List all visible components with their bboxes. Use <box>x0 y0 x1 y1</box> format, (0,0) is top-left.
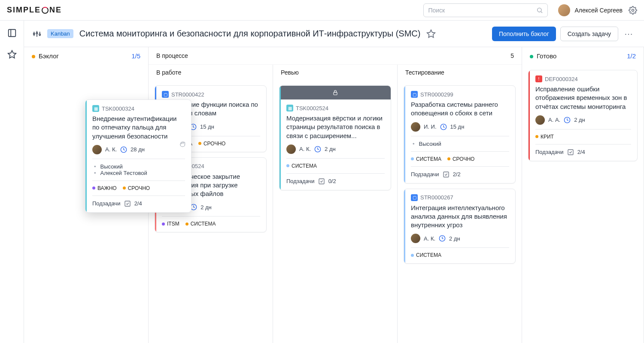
user-menu[interactable]: Алексей Сергеев <box>558 4 623 16</box>
svg-marker-15 <box>427 30 435 37</box>
card-stripe <box>404 189 405 264</box>
lane-work-header[interactable]: В работе <box>149 65 273 80</box>
card-tags: ITSMСИСТЕМА <box>162 221 260 227</box>
gear-icon <box>629 6 637 15</box>
assignee-avatar <box>411 234 420 243</box>
tag-dot-icon <box>198 142 201 145</box>
task-card[interactable]: ▢STR0000267Интеграция интеллектуального … <box>404 189 516 264</box>
assignee-initials: И. И. <box>424 123 437 130</box>
create-task-button[interactable]: Создать задачу <box>560 27 618 41</box>
tag-dot-icon <box>123 187 126 190</box>
logo-text-b: NE <box>49 6 62 15</box>
logo-ring-icon <box>42 7 49 14</box>
column-process-header[interactable]: В процессе 5 <box>149 47 522 65</box>
card-subtasks: Подзадачи 2/4 <box>92 200 185 207</box>
tag-dot-icon <box>447 157 450 160</box>
user-avatar <box>558 4 570 16</box>
svg-point-0 <box>538 8 541 12</box>
svg-point-14 <box>39 34 40 35</box>
svg-point-2 <box>632 9 634 11</box>
star-icon[interactable] <box>7 50 17 59</box>
app-header: SIMPLENE Алексей Сергеев <box>0 0 644 21</box>
task-card[interactable]: ▦TSK0002524Модернизация вёрстки и логики… <box>279 85 391 190</box>
svg-rect-3 <box>8 30 15 37</box>
svg-line-1 <box>541 12 542 13</box>
checklist-icon <box>124 200 131 207</box>
duration: 2 дн <box>325 146 336 152</box>
column-count: 1/5 <box>131 52 140 60</box>
clock-icon <box>440 123 447 130</box>
clock-icon <box>564 117 571 123</box>
more-menu-button[interactable]: ⋯ <box>623 27 635 41</box>
assignee-avatar <box>411 122 420 132</box>
card-title: Модернизация вёрстки и логики страницы р… <box>286 114 385 140</box>
panel-toggle-icon[interactable] <box>7 28 17 38</box>
lane-testing-header[interactable]: Тестирование <box>398 65 522 80</box>
search-input-wrapper[interactable] <box>423 3 548 17</box>
lane-testing: Тестирование ▢STR0000299Разработка систе… <box>398 65 522 343</box>
lock-icon <box>332 90 338 96</box>
card-title: Внедрение аутентификации по отпечатку па… <box>92 114 185 141</box>
column-title: Бэклог <box>39 52 59 60</box>
checklist-icon <box>443 171 450 178</box>
task-type-icon: ▢ <box>162 91 169 98</box>
task-type-icon: ! <box>535 75 542 82</box>
card-title: Разработка системы раннего оповещения о … <box>411 100 509 118</box>
column-done-header[interactable]: Готово 1/2 <box>522 47 644 65</box>
tag-dot-icon <box>162 223 165 226</box>
tag-dot-icon <box>286 164 289 167</box>
lane-testing-body[interactable]: ▢STR0000299Разработка системы раннего оп… <box>398 80 522 343</box>
column-done: Готово 1/2 !DEF0000324Исправление ошибки… <box>522 47 644 343</box>
assignee-initials: А. К. <box>105 146 117 153</box>
duration: 28 дн <box>131 146 145 153</box>
duration: 15 дн <box>450 123 465 130</box>
logo[interactable]: SIMPLENE <box>7 6 62 15</box>
tag-dot-icon <box>535 135 538 138</box>
card-stripe <box>529 70 530 161</box>
card-title: Интеграция интеллектуального анализа дан… <box>411 204 509 230</box>
view-mode-pill[interactable]: Kanban <box>47 29 73 38</box>
project-title: Система мониторинга и безопасности для к… <box>79 29 421 39</box>
filter-icon[interactable] <box>33 30 41 38</box>
column-count: 5 <box>510 52 514 59</box>
card-id: STR0000422 <box>171 91 204 98</box>
svg-rect-25 <box>568 150 573 155</box>
column-backlog-header[interactable]: Бэклог 1/5 <box>24 47 148 65</box>
status-dot-icon <box>32 55 35 58</box>
search-input[interactable] <box>428 7 536 14</box>
assignee-avatar <box>535 115 545 125</box>
task-card[interactable]: !DEF0000324Исправление ошибки отображени… <box>528 70 638 161</box>
clock-icon <box>439 235 446 242</box>
fill-backlog-button[interactable]: Пополнить бэклог <box>492 27 556 41</box>
grab-icon <box>179 140 187 148</box>
column-process: В процессе 5 В работе ▢STR0000422Расшире… <box>149 47 522 343</box>
column-title: Готово <box>537 52 556 60</box>
task-type-icon: ▦ <box>92 105 99 112</box>
lane-title: Тестирование <box>405 69 444 76</box>
tag-dot-icon <box>411 254 414 257</box>
card-stripe <box>85 100 87 212</box>
card-subtasks: Подзадачи0/2 <box>286 178 385 185</box>
card-tags: ВАЖНО СРОЧНО <box>92 185 185 191</box>
lane-review-header[interactable]: Ревью <box>273 65 397 80</box>
card-id: TSK0000324 <box>102 105 134 112</box>
assignee-avatar <box>286 144 296 154</box>
task-card[interactable]: ▢STR0000299Разработка системы раннего оп… <box>404 85 516 184</box>
card-id: STR0000299 <box>420 91 453 98</box>
column-done-body[interactable]: !DEF0000324Исправление ошибки отображени… <box>522 65 644 343</box>
svg-rect-20 <box>319 179 324 184</box>
lane-review-body[interactable]: ▦TSK0002524Модернизация вёрстки и логики… <box>273 80 397 343</box>
card-bullets: Высокий <box>411 141 509 147</box>
card-tags: СИСТЕМА <box>411 252 509 258</box>
assignee-initials: А. К. <box>424 235 435 242</box>
search-icon <box>536 7 543 14</box>
lane-review: Ревью ▦TSK0002524Модернизация вёрстки и … <box>273 65 398 343</box>
settings-button[interactable] <box>629 6 637 15</box>
favorite-toggle-icon[interactable] <box>426 29 436 39</box>
task-type-icon: ▦ <box>286 105 293 111</box>
column-count: 1/2 <box>627 52 636 60</box>
left-rail <box>0 21 24 343</box>
assignee-initials: А. К. <box>299 146 311 152</box>
dragged-card[interactable]: ▦ TSK0000324 Внедрение аутентификации по… <box>85 99 191 213</box>
card-subtasks: Подзадачи2/4 <box>535 149 631 156</box>
